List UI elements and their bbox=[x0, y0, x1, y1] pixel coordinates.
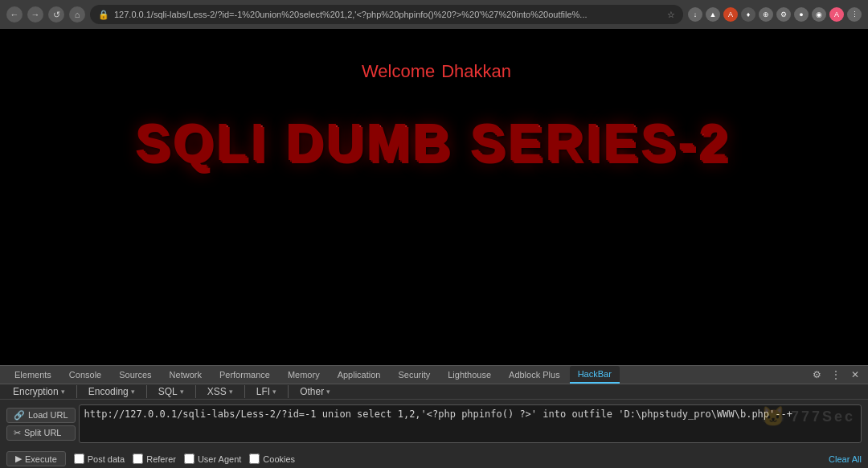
close-devtools-icon[interactable]: ✕ bbox=[849, 368, 862, 381]
settings-icon[interactable]: ⚙ bbox=[810, 368, 823, 381]
user-agent-checkbox[interactable] bbox=[184, 454, 194, 464]
main-title: SQLI DUMB SERIES-2 bbox=[137, 114, 732, 174]
split-url-icon: ✂ bbox=[14, 428, 21, 438]
ext-icon-4[interactable]: ♦ bbox=[741, 7, 755, 22]
devtools-tab-bar: Elements Console Sources Network Perform… bbox=[0, 366, 868, 384]
sql-label: SQL bbox=[158, 386, 178, 397]
profile-icon[interactable]: A bbox=[829, 7, 844, 22]
post-data-label: Post data bbox=[88, 454, 125, 464]
clear-all-button[interactable]: Clear All bbox=[829, 454, 862, 464]
lfi-label: LFI bbox=[256, 386, 270, 397]
user-agent-checkbox-group[interactable]: User Agent bbox=[184, 454, 241, 464]
load-url-button[interactable]: 🔗 Load URL bbox=[6, 408, 76, 423]
encoding-dropdown[interactable]: Encoding ▾ bbox=[82, 384, 141, 399]
tab-memory[interactable]: Memory bbox=[280, 367, 328, 383]
xss-arrow: ▾ bbox=[229, 388, 233, 396]
tab-application[interactable]: Application bbox=[330, 367, 389, 383]
star-icon: ☆ bbox=[667, 10, 675, 20]
tab-security[interactable]: Security bbox=[390, 367, 438, 383]
menu-icon[interactable]: ⋮ bbox=[847, 7, 862, 22]
ext-icon-6[interactable]: ⚙ bbox=[776, 7, 791, 22]
lock-icon: 🔒 bbox=[98, 10, 109, 20]
tab-console[interactable]: Console bbox=[61, 367, 109, 383]
xss-label: XSS bbox=[207, 386, 227, 397]
referer-label: Referer bbox=[146, 454, 176, 464]
browser-chrome: ← → ↺ ⌂ 🔒 127.0.0.1/sqli-labs/Less-2/?id… bbox=[0, 0, 868, 29]
user-agent-label: User Agent bbox=[198, 454, 241, 464]
other-label: Other bbox=[300, 386, 324, 397]
xss-dropdown[interactable]: XSS ▾ bbox=[201, 384, 240, 399]
other-dropdown[interactable]: Other ▾ bbox=[293, 384, 337, 399]
cookies-label: Cookies bbox=[263, 454, 295, 464]
encryption-label: Encryption bbox=[13, 386, 59, 397]
encoding-arrow: ▾ bbox=[131, 388, 135, 396]
lfi-arrow: ▾ bbox=[272, 388, 276, 396]
devtools-panel: Elements Console Sources Network Perform… bbox=[0, 365, 868, 468]
sep-1 bbox=[76, 385, 77, 398]
sep-5 bbox=[288, 385, 289, 398]
execute-button[interactable]: ▶ Execute bbox=[6, 451, 66, 466]
split-url-label: Split URL bbox=[24, 428, 61, 437]
ext-icon-8[interactable]: ◉ bbox=[812, 7, 826, 22]
load-url-label: Load URL bbox=[28, 410, 68, 420]
welcome-label: Welcome bbox=[362, 61, 435, 81]
other-arrow: ▾ bbox=[326, 388, 330, 396]
browser-icons: ↓ ▲ A ♦ ⊕ ⚙ ● ◉ A ⋮ bbox=[688, 7, 862, 22]
sql-arrow: ▾ bbox=[180, 388, 184, 396]
tab-lighthouse[interactable]: Lighthouse bbox=[440, 367, 499, 383]
cookies-checkbox-group[interactable]: Cookies bbox=[249, 454, 295, 464]
ext-icon-3[interactable]: A bbox=[723, 7, 738, 22]
encryption-dropdown[interactable]: Encryption ▾ bbox=[6, 384, 72, 399]
address-bar[interactable]: 🔒 127.0.0.1/sqli-labs/Less-2/?id=-1%20un… bbox=[90, 5, 683, 24]
ext-icon-5[interactable]: ⊕ bbox=[759, 7, 773, 22]
encryption-arrow: ▾ bbox=[61, 388, 65, 396]
username: Dhakkan bbox=[441, 61, 511, 81]
tab-network[interactable]: Network bbox=[162, 367, 210, 383]
welcome-banner: WelcomeDhakkan bbox=[357, 61, 511, 82]
ext-icon-1[interactable]: ↓ bbox=[688, 7, 702, 22]
referer-checkbox[interactable] bbox=[133, 454, 143, 464]
sql-dropdown[interactable]: SQL ▾ bbox=[152, 384, 190, 399]
post-data-checkbox[interactable] bbox=[74, 454, 84, 464]
url-text: 127.0.0.1/sqli-labs/Less-2/?id=-1%20unio… bbox=[114, 10, 588, 19]
hackbar-bottom-bar: ▶ Execute Post data Referer User Agent C… bbox=[0, 448, 868, 468]
url-input[interactable]: http://127.0.0.1/sqli-labs/Less-2/?id=-1… bbox=[79, 404, 862, 443]
post-data-checkbox-group[interactable]: Post data bbox=[74, 454, 125, 464]
tab-adblock[interactable]: Adblock Plus bbox=[501, 367, 568, 383]
sep-3 bbox=[195, 385, 196, 398]
tab-elements[interactable]: Elements bbox=[6, 367, 59, 383]
page-content: WelcomeDhakkan SQLI DUMB SERIES-2 bbox=[0, 29, 868, 365]
hackbar-url-area: 🔗 Load URL ✂ Split URL http://127.0.0.1/… bbox=[0, 400, 868, 448]
encoding-label: Encoding bbox=[88, 386, 129, 397]
hackbar-toolbar: Encryption ▾ Encoding ▾ SQL ▾ XSS ▾ LFI … bbox=[0, 384, 868, 400]
lfi-dropdown[interactable]: LFI ▾ bbox=[250, 384, 283, 399]
ext-icon-7[interactable]: ● bbox=[794, 7, 809, 22]
forward-button[interactable]: → bbox=[27, 6, 43, 23]
more-icon[interactable]: ⋮ bbox=[829, 368, 842, 381]
back-button[interactable]: ← bbox=[6, 6, 23, 23]
sep-2 bbox=[146, 385, 147, 398]
sep-4 bbox=[244, 385, 245, 398]
tab-hackbar[interactable]: HackBar bbox=[570, 366, 620, 384]
referer-checkbox-group[interactable]: Referer bbox=[133, 454, 176, 464]
home-button[interactable]: ⌂ bbox=[69, 6, 85, 23]
tab-sources[interactable]: Sources bbox=[111, 367, 159, 383]
devtools-icon-group: ⚙ ⋮ ✕ bbox=[810, 368, 862, 381]
reload-button[interactable]: ↺ bbox=[48, 6, 64, 23]
ext-icon-2[interactable]: ▲ bbox=[706, 7, 720, 22]
split-url-button[interactable]: ✂ Split URL bbox=[6, 425, 76, 441]
execute-label: Execute bbox=[25, 454, 57, 464]
execute-icon: ▶ bbox=[15, 454, 22, 464]
load-url-icon: 🔗 bbox=[14, 410, 25, 421]
action-buttons: 🔗 Load URL ✂ Split URL bbox=[6, 408, 76, 441]
cookies-checkbox[interactable] bbox=[249, 454, 260, 464]
tab-performance[interactable]: Performance bbox=[211, 367, 278, 383]
